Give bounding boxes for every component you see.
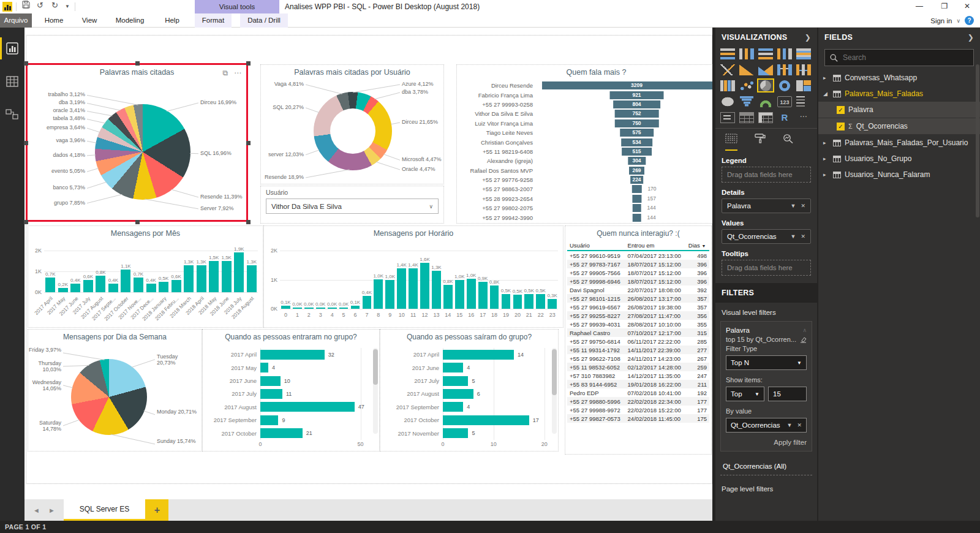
column[interactable]: 1,3K xyxy=(246,243,258,292)
undo-button[interactable]: ↺ xyxy=(37,1,43,10)
bar[interactable] xyxy=(209,261,219,292)
funnel-row[interactable]: +55 27 99776-9258224 xyxy=(457,175,736,184)
page-tab-sql-server-es[interactable]: SQL Server ES xyxy=(64,499,146,521)
tab-modeling[interactable]: Modeling xyxy=(110,13,149,28)
field-qt_ocorrencias[interactable]: ✓ΣQt_Ocorrencias xyxy=(818,118,980,134)
chevron-down-icon[interactable]: ▼ xyxy=(791,233,796,240)
viz-type-line[interactable] xyxy=(719,62,736,77)
table-row[interactable]: Pedro EDP07/02/2018 10:41:00192 xyxy=(567,388,709,397)
column-header[interactable]: Usuário xyxy=(567,241,625,251)
funnel-row[interactable]: Alexandre (igreja)304 xyxy=(457,156,736,165)
bar[interactable] xyxy=(304,308,314,309)
hbar-row[interactable]: 2017 April32 xyxy=(206,348,371,361)
column[interactable]: 0,3K xyxy=(546,243,558,309)
bar[interactable] xyxy=(502,294,511,309)
viz-type-combo2[interactable] xyxy=(795,62,812,77)
bar[interactable] xyxy=(247,265,257,292)
table-row[interactable]: +55 27 99827-057324/02/2018 11:45:00175 xyxy=(567,414,709,423)
table-row[interactable]: +55 27 99619-656726/08/2017 19:38:00357 xyxy=(567,303,709,311)
remove-field-icon[interactable]: ✕ xyxy=(801,203,805,209)
viz-type-matrix[interactable] xyxy=(757,110,774,124)
column[interactable]: 1,4K xyxy=(407,243,419,309)
new-page-button[interactable]: + xyxy=(145,499,168,521)
bar[interactable] xyxy=(234,252,244,292)
scrollbar[interactable] xyxy=(373,348,378,434)
visual-usuario-slicer[interactable]: Usuário Vithor Da Silva E Silva ∨ xyxy=(260,186,444,224)
bar[interactable] xyxy=(467,279,476,309)
field-chip-qt_ocorrencias[interactable]: Qt_Ocorrencias▼✕ xyxy=(722,229,811,244)
resize-handle[interactable] xyxy=(24,141,28,145)
dataset-palavras_mais_faladas[interactable]: ◢Palavras_Mais_Faladas xyxy=(818,86,980,102)
viz-type-combo[interactable] xyxy=(776,62,793,77)
analytics-pane-tab[interactable] xyxy=(783,134,794,151)
column[interactable]: 1,4K xyxy=(396,243,407,309)
tab-help[interactable]: Help xyxy=(157,13,187,28)
bar[interactable] xyxy=(222,261,232,292)
funnel-row[interactable]: +55 28 99923-2654157 xyxy=(457,194,736,203)
visual-entraram-no-grupo[interactable]: Quando as pessoas entraram no grupo? 201… xyxy=(202,329,380,452)
viz-type-water[interactable] xyxy=(719,78,736,93)
table-row[interactable]: +55 27 99622-710824/11/2017 14:23:00267 xyxy=(567,354,709,363)
table-row[interactable]: Davi Spagnol22/07/2017 18:08:00392 xyxy=(567,285,709,294)
funnel-row[interactable]: Tiago Leite Neves575 xyxy=(457,128,736,137)
column[interactable]: 1,0K xyxy=(384,243,396,309)
tab-view[interactable]: View xyxy=(77,13,102,28)
funnel-bar[interactable]: 224 xyxy=(630,176,644,184)
viz-type-more[interactable]: ⋯ xyxy=(795,110,812,124)
bar[interactable] xyxy=(45,278,55,292)
column[interactable]: 1,0K xyxy=(454,243,466,309)
viz-type-map[interactable] xyxy=(719,94,736,108)
column[interactable]: 0,7K xyxy=(44,243,57,292)
sign-in-link[interactable]: Sign in xyxy=(930,17,952,25)
column[interactable]: 1,5K xyxy=(208,243,221,292)
table-row[interactable]: +55 27 99610-951907/04/2017 23:13:00498 xyxy=(567,251,709,260)
column[interactable]: 0,7K xyxy=(132,243,145,292)
column[interactable]: 0,0K xyxy=(303,243,315,309)
viz-type-area-st[interactable] xyxy=(757,62,774,77)
hbar-row[interactable]: 2017 September9 xyxy=(206,414,371,426)
bar[interactable] xyxy=(146,284,156,292)
column[interactable]: 0,0K xyxy=(326,243,338,309)
resize-handle[interactable] xyxy=(246,61,251,66)
table-row[interactable]: +55 27 99939-403128/08/2017 10:10:00355 xyxy=(567,320,709,328)
scrollbar[interactable] xyxy=(552,348,557,434)
hbar-row[interactable]: 2017 July11 xyxy=(206,387,371,400)
visual-palavras-mais-citadas[interactable]: Palavras mais citadas ⧉ ⋯ Dirceu 16,99%S… xyxy=(26,63,248,222)
collapse-panel-icon[interactable]: ❯ xyxy=(805,33,811,42)
remove-field-icon[interactable]: ✕ xyxy=(801,233,805,240)
viz-type-vbar-st[interactable] xyxy=(738,47,755,61)
focus-mode-icon[interactable]: ⧉ xyxy=(222,69,228,77)
data-view-button[interactable] xyxy=(0,69,24,94)
bar[interactable] xyxy=(281,306,290,309)
table-row[interactable]: +55 83 9144-695219/01/2018 16:22:00211 xyxy=(567,380,709,388)
viz-type-card[interactable]: 123 xyxy=(776,94,793,108)
bar[interactable] xyxy=(443,285,453,309)
funnel-row[interactable]: Dirceu Resende3209 xyxy=(457,81,736,90)
bar[interactable] xyxy=(70,284,80,292)
hbar-row[interactable]: 2017 April14 xyxy=(384,348,549,361)
column[interactable]: 1,0K xyxy=(466,243,477,309)
visual-sairam-do-grupo[interactable]: Quando as pessoas saíram do grupo? 2017 … xyxy=(380,329,559,452)
column-header[interactable]: Entrou em xyxy=(625,241,686,251)
filter-type-select[interactable]: Top N ▼ xyxy=(726,355,807,370)
scrollbar[interactable] xyxy=(976,64,979,217)
redo-button[interactable]: ↻ xyxy=(51,1,58,10)
bar[interactable] xyxy=(184,265,194,292)
funnel-bar[interactable] xyxy=(631,185,641,193)
table-row[interactable]: +55 11 99314-179214/11/2017 22:39:00277 xyxy=(567,346,709,354)
bar[interactable] xyxy=(443,402,463,412)
minimize-button[interactable]: — xyxy=(909,0,930,13)
top-bottom-select[interactable]: Top ▼ xyxy=(726,387,764,401)
viz-type-area[interactable] xyxy=(738,62,755,77)
field-checkbox-checked[interactable]: ✓ xyxy=(837,123,845,130)
bar[interactable] xyxy=(260,363,268,372)
funnel-bar[interactable]: 534 xyxy=(621,138,653,146)
table-row[interactable]: +55 27 99988-997222/02/2018 15:22:00177 xyxy=(567,406,709,414)
bar[interactable] xyxy=(260,415,278,425)
bar[interactable] xyxy=(108,284,118,292)
qt-ocorrencias-filter-collapsed[interactable]: Qt_Ocorrencias (All) xyxy=(720,458,812,475)
dataset-palavras_mais_faladas_por_usuario[interactable]: ▸Palavras_Mais_Faladas_Por_Usuario xyxy=(818,135,980,151)
funnel-bar[interactable]: 515 xyxy=(622,148,652,156)
dataset-usuarios_nunca_falaram[interactable]: ▸Usuarios_Nunca_Falaram xyxy=(818,167,980,183)
viz-type-tree[interactable] xyxy=(795,78,812,93)
